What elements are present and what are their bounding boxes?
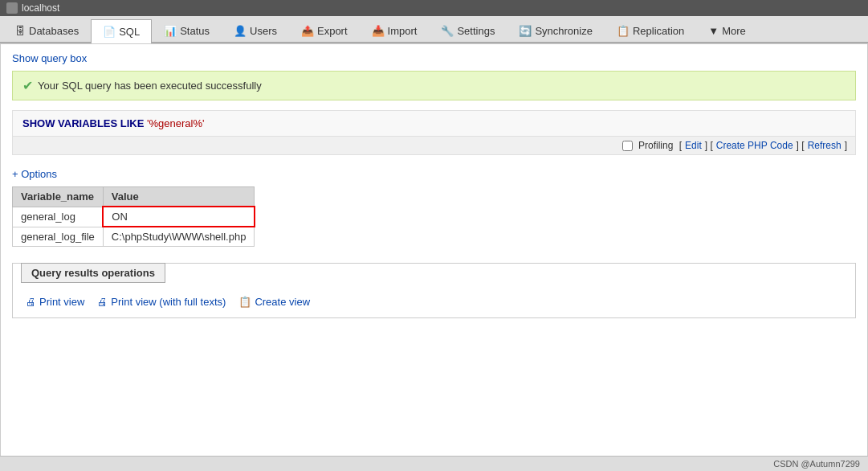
show-query-link[interactable]: Show query box: [12, 52, 87, 64]
query-results-section: Query results operations 🖨 Print view 🖨 …: [12, 263, 856, 318]
users-icon: 👤: [234, 25, 247, 37]
tab-settings[interactable]: 🔧 Settings: [429, 19, 507, 42]
print-icon-1: 🖨: [26, 296, 36, 308]
databases-icon: 🗄: [15, 25, 26, 37]
cell-variable-2: general_log_file: [13, 227, 104, 247]
tab-synchronize[interactable]: 🔄 Synchronize: [507, 19, 605, 42]
create-view-icon: 📋: [238, 296, 251, 308]
title-label: localhost: [22, 2, 59, 14]
title-bar: localhost: [0, 0, 868, 16]
results-table: Variable_name Value general_log ON gener…: [12, 186, 255, 247]
edit-link[interactable]: Edit: [685, 140, 702, 151]
tab-status[interactable]: 📊 Status: [152, 19, 222, 42]
profiling-bar: Profiling [ Edit ] [ Create PHP Code ] […: [12, 137, 856, 155]
sql-icon: 📄: [103, 26, 116, 38]
profiling-checkbox[interactable]: [622, 141, 633, 151]
query-results-body: 🖨 Print view 🖨 Print view (with full tex…: [13, 286, 855, 317]
status-icon: 📊: [164, 25, 177, 37]
sql-keyword: SHOW VARIABLES LIKE: [22, 117, 144, 129]
settings-icon: 🔧: [441, 25, 454, 37]
nav-tabs: 🗄 Databases 📄 SQL 📊 Status 👤 Users 📤 Exp…: [0, 16, 868, 43]
options-link[interactable]: + Options: [12, 168, 57, 180]
success-message: ✔ Your SQL query has been executed succe…: [12, 71, 856, 100]
tab-replication[interactable]: 📋 Replication: [605, 19, 696, 42]
print-icon-2: 🖨: [97, 296, 108, 308]
export-icon: 📤: [301, 25, 314, 37]
col-variable-name: Variable_name: [13, 187, 104, 207]
cell-value-2: C:\phpStudy\WWW\shell.php: [103, 227, 255, 247]
sql-display: SHOW VARIABLES LIKE '%general%': [12, 110, 856, 137]
refresh-link[interactable]: Refresh: [808, 140, 842, 151]
tab-sql[interactable]: 📄 SQL: [91, 19, 152, 43]
create-view-link[interactable]: 📋 Create view: [238, 296, 310, 308]
print-view-link[interactable]: 🖨 Print view: [26, 296, 84, 308]
table-row: general_log_file C:\phpStudy\WWW\shell.p…: [13, 227, 255, 247]
replication-icon: 📋: [617, 25, 630, 37]
footer-bar: CSDN @Autumn7299: [0, 456, 868, 461]
main-content: Show query box ✔ Your SQL query has been…: [0, 43, 868, 461]
print-view-full-link[interactable]: 🖨 Print view (with full texts): [97, 296, 226, 308]
query-results-title: Query results operations: [21, 263, 165, 283]
import-icon: 📥: [372, 25, 385, 37]
tab-export[interactable]: 📤 Export: [289, 19, 360, 42]
tab-databases[interactable]: 🗄 Databases: [3, 19, 91, 42]
success-icon: ✔: [22, 78, 33, 93]
tab-more[interactable]: ▼ More: [696, 19, 758, 42]
footer-label: CSDN @Autumn7299: [773, 459, 860, 461]
more-icon: ▼: [708, 25, 719, 37]
tab-users[interactable]: 👤 Users: [222, 19, 289, 42]
query-results-title-bar: Query results operations: [13, 264, 855, 286]
table-row: general_log ON: [13, 207, 255, 227]
app-icon: [6, 2, 18, 14]
cell-value-1: ON: [103, 207, 255, 227]
create-php-link[interactable]: Create PHP Code: [716, 140, 793, 151]
sql-string: '%general%': [147, 117, 204, 129]
tab-import[interactable]: 📥 Import: [360, 19, 430, 42]
col-value: Value: [103, 187, 255, 207]
synchronize-icon: 🔄: [519, 25, 532, 37]
cell-variable-1: general_log: [13, 207, 104, 227]
